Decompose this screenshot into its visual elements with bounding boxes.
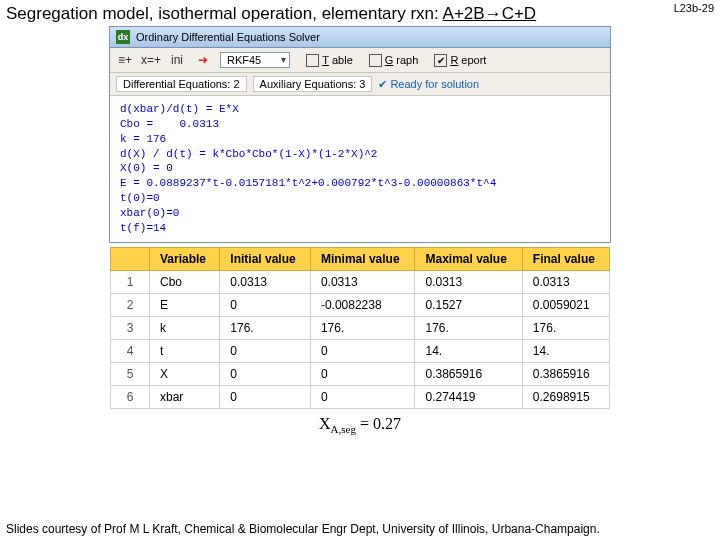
cell-final: 176. [522,316,609,339]
ode-solver-window: dx Ordinary Differential Equations Solve… [109,26,611,243]
row-num: 4 [111,339,150,362]
window-titlebar: dx Ordinary Differential Equations Solve… [110,27,610,48]
answer-main: X [319,415,331,432]
slide-footer: Slides courtesy of Prof M L Kraft, Chemi… [0,522,720,536]
aux-count-box: Auxiliary Equations: 3 [253,76,373,92]
row-add-icon[interactable]: ≡+ [116,51,134,69]
rxn-underline: A+2B→C+D [443,4,537,23]
answer-rhs: = 0.27 [356,415,401,432]
cell-min: -0.0082238 [310,293,415,316]
table-header-row: Variable Initial value Minimal value Max… [111,247,610,270]
ready-indicator: Ready for solution [378,78,479,91]
cell-variable: X [150,362,220,385]
table-row: 5X000.38659160.3865916 [111,362,610,385]
table-row: 4t0014.14. [111,339,610,362]
result-expression: XA,seg = 0.27 [0,409,720,437]
opt-report[interactable]: ✔Report [434,54,486,67]
opt-report-label: eport [461,54,486,66]
method-value: RKF45 [227,54,261,66]
settings-icon[interactable]: ini [168,51,186,69]
cell-variable: E [150,293,220,316]
opt-table[interactable]: Table [306,54,353,67]
cell-min: 0.0313 [310,270,415,293]
aux-n: 3 [359,78,365,90]
row-num: 2 [111,293,150,316]
eq-line: k = 176 [120,133,166,145]
cell-initial: 0 [220,385,311,408]
cell-initial: 0 [220,293,311,316]
col-initial: Initial value [220,247,311,270]
table-row: 2E0-0.00822380.15270.0059021 [111,293,610,316]
col-max: Maximal value [415,247,522,270]
title-text: Segregation model, isothermal operation,… [6,4,443,23]
answer-sub: A,seg [331,423,356,435]
row-num: 6 [111,385,150,408]
results-table: Variable Initial value Minimal value Max… [110,247,610,409]
cell-final: 0.2698915 [522,385,609,408]
checkbox-icon [369,54,382,67]
cell-max: 0.274419 [415,385,522,408]
table-row: 1Cbo0.03130.03130.03130.0313 [111,270,610,293]
opt-table-label: able [332,54,353,66]
cell-variable: k [150,316,220,339]
row-num: 3 [111,316,150,339]
cell-max: 14. [415,339,522,362]
checkbox-icon: ✔ [434,54,447,67]
cell-initial: 0 [220,362,311,385]
cell-max: 0.0313 [415,270,522,293]
slide-title: Segregation model, isothermal operation,… [0,0,720,26]
cell-final: 0.0313 [522,270,609,293]
slide-number: L23b-29 [674,2,714,14]
eq-line: xbar(0)=0 [120,207,179,219]
cell-min: 0 [310,339,415,362]
cell-min: 0 [310,385,415,408]
table-body: 1Cbo0.03130.03130.03130.03132E0-0.008223… [111,270,610,408]
table-row: 3k176.176.176.176. [111,316,610,339]
row-num: 1 [111,270,150,293]
cell-initial: 176. [220,316,311,339]
run-icon[interactable]: ➜ [194,51,212,69]
col-final: Final value [522,247,609,270]
table-row: 6xbar000.2744190.2698915 [111,385,610,408]
cell-final: 0.3865916 [522,362,609,385]
eq-line: X(0) = 0 [120,162,173,174]
opt-graph-label: raph [396,54,418,66]
opt-graph[interactable]: Graph [369,54,419,67]
var-add-icon[interactable]: x=+ [142,51,160,69]
check-mark: ✔ [437,55,445,66]
row-num: 5 [111,362,150,385]
de-n: 2 [233,78,239,90]
eq-line: t(f)=14 [120,222,166,234]
ready-text: Ready for solution [390,78,479,90]
eq-line: t(0)=0 [120,192,160,204]
aux-label: Auxiliary Equations: [260,78,357,90]
status-line: Differential Equations: 2 Auxiliary Equa… [110,73,610,96]
cell-final: 14. [522,339,609,362]
toolbar: ≡+ x=+ ini ➜ RKF45 Table Graph ✔Report [110,48,610,73]
app-icon: dx [116,30,130,44]
col-variable: Variable [150,247,220,270]
cell-initial: 0.0313 [220,270,311,293]
eq-line: d(xbar)/d(t) = E*X [120,103,239,115]
equations-area[interactable]: d(xbar)/d(t) = E*X Cbo = 0.0313 k = 176 … [110,96,610,242]
cell-variable: Cbo [150,270,220,293]
de-count-box: Differential Equations: 2 [116,76,247,92]
cell-variable: t [150,339,220,362]
de-label: Differential Equations: [123,78,230,90]
checkbox-icon [306,54,319,67]
cell-final: 0.0059021 [522,293,609,316]
eq-line: E = 0.0889237*t-0.0157181*t^2+0.000792*t… [120,177,496,189]
cell-min: 0 [310,362,415,385]
cell-max: 0.3865916 [415,362,522,385]
cell-variable: xbar [150,385,220,408]
eq-line: d(X) / d(t) = k*Cbo*Cbo*(1-X)*(1-2*X)^2 [120,148,377,160]
col-rownum [111,247,150,270]
cell-max: 176. [415,316,522,339]
cell-max: 0.1527 [415,293,522,316]
method-dropdown[interactable]: RKF45 [220,52,290,68]
eq-line: Cbo = 0.0313 [120,118,219,130]
cell-initial: 0 [220,339,311,362]
window-title: Ordinary Differential Equations Solver [136,31,320,43]
cell-min: 176. [310,316,415,339]
col-min: Minimal value [310,247,415,270]
